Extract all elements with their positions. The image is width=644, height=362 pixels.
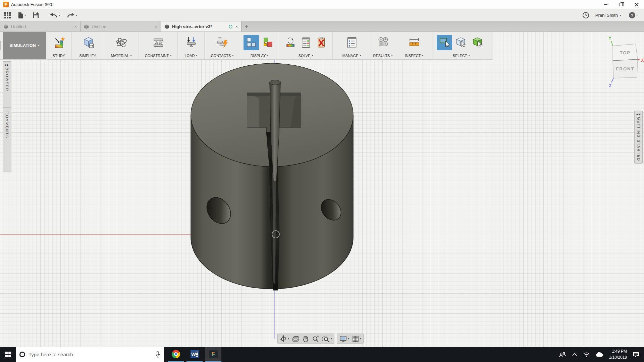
redo-button[interactable]: ▾ [65,11,79,19]
quick-access-toolbar: ▾ ▾ [0,9,644,21]
taskbar-date: 1/10/2018 [609,355,627,360]
orbit-button[interactable]: ▾ [280,335,289,343]
zoom-window-button[interactable]: ▾ [322,335,332,343]
pan-button[interactable] [302,335,309,343]
viewcube-front-text: FRONT [616,66,635,71]
results-button[interactable] [375,35,391,50]
minimize-button[interactable] [598,0,613,9]
tab-close-icon[interactable]: × [155,24,157,29]
new-study-button[interactable] [51,35,67,50]
getting-started-panel-tab[interactable]: GETTING STARTED [637,117,641,161]
taskbar-clock[interactable]: 1:49 PM 1/10/2018 [609,349,627,360]
load-button[interactable] [183,35,199,50]
browser-panel-tab[interactable]: ▶▶ BROWSER [5,62,9,105]
chevron-up-icon[interactable] [572,353,577,356]
save-icon [33,12,39,18]
select-component-button[interactable] [470,35,486,50]
save-button[interactable] [31,11,41,19]
look-at-icon [292,335,299,343]
orbit-icon [280,335,287,343]
abort-icon [315,36,328,49]
taskbar-search[interactable] [16,347,164,362]
search-input[interactable] [29,352,152,357]
cube-select-icon [455,36,468,49]
account-menu[interactable]: Prahi Smith ▾ [595,13,621,18]
action-center-icon[interactable] [633,351,640,358]
new-document-button[interactable]: + [241,21,252,32]
wifi-icon[interactable] [583,352,590,357]
workspace-selector[interactable]: SIMULATION ▾ [3,32,46,59]
workspace-caret: ▾ [38,44,40,47]
app-launcher-button[interactable] [3,11,12,19]
display-panes-button[interactable] [244,35,259,50]
close-button[interactable] [629,0,644,9]
window-title: Autodesk Fusion 360 [11,2,52,7]
group-label: RESULTS [373,54,390,58]
taskbar-word-button[interactable]: W [186,347,203,362]
green-cube-select-icon [472,36,484,49]
tab-untitled-2[interactable]: Untitled × [80,21,161,32]
start-button[interactable] [0,347,16,362]
onedrive-cloud-icon[interactable] [595,352,603,357]
inspect-button[interactable] [407,35,422,50]
microphone-icon[interactable] [155,351,160,358]
comments-panel-tab[interactable]: COMMENTS [5,112,9,138]
people-icon[interactable] [559,352,566,358]
tab-untitled-1[interactable]: Untitled × [0,21,80,32]
display-settings-caret: ▾ [348,338,349,340]
display-settings-button[interactable]: ▾ [339,335,349,343]
zoom-button[interactable] [312,335,319,343]
model-cylinder-coupler[interactable] [181,54,376,302]
fusion-app-icon: F [3,2,9,7]
solve-button[interactable] [283,35,298,50]
undo-button[interactable]: ▾ [48,11,62,19]
contacts-icon [215,36,229,50]
contacts-button[interactable] [215,35,230,50]
select-window-button[interactable] [437,35,452,50]
viewcube-top-text: TOP [620,50,631,55]
cortana-icon [19,352,25,357]
viewcube-y-label: Y [608,36,611,41]
windows-taskbar: W F 1:49 PM [0,347,644,362]
sync-status-icon [229,25,232,28]
expand-browser-icon[interactable]: ▶▶ [5,62,9,68]
panel-divider [3,107,11,108]
ribbon-grip-handle[interactable] [0,32,3,59]
viewcube-x-label: X [641,58,644,63]
ribbon-toolbar: SIMULATION ▾ STUDY [0,32,493,60]
viewcube[interactable]: Y TOP FRONT X Z [598,33,644,89]
group-label: MANAGE [342,54,359,58]
display-caret: ▾ [267,54,268,57]
simplify-button[interactable] [80,35,96,50]
zoom-icon [312,335,319,343]
look-at-button[interactable] [292,335,299,343]
tab-close-icon[interactable]: × [235,24,238,29]
constraint-button[interactable] [151,35,166,50]
window-select-icon [438,36,451,49]
help-menu[interactable]: ? ▾ [627,11,639,19]
file-menu-button[interactable]: ▾ [16,11,28,20]
ribbon-group-inspect: INSPECT▾ [395,32,433,59]
select-body-button[interactable] [453,35,469,50]
ribbon-group-load: LOAD▾ [178,32,205,59]
manage-button[interactable] [344,35,360,50]
origin-x-axis [0,234,205,235]
tab-close-icon[interactable]: × [74,24,77,29]
orbit-caret: ▾ [288,338,289,340]
manage-icon [345,36,359,49]
maximize-button[interactable] [613,0,629,9]
taskbar-chrome-button[interactable] [168,347,184,362]
solve-abort-button[interactable] [314,35,328,50]
material-button[interactable] [114,35,129,50]
expand-getting-started-icon[interactable]: ◀◀ [636,111,641,117]
viewport-canvas[interactable]: Y TOP FRONT X Z [0,32,644,347]
job-status-clock-icon[interactable] [582,12,589,19]
solve-details-button[interactable] [299,35,313,50]
grid-layout-button[interactable]: ▾ [352,335,361,343]
display-layers-button[interactable] [260,35,276,50]
taskbar-fusion-button[interactable]: F [205,347,221,362]
inspect-ruler-icon [408,36,421,49]
solve-caret: ▾ [312,54,313,57]
tab-active-document[interactable]: High stre...erter v3* × [161,21,241,32]
load-icon [184,36,198,50]
